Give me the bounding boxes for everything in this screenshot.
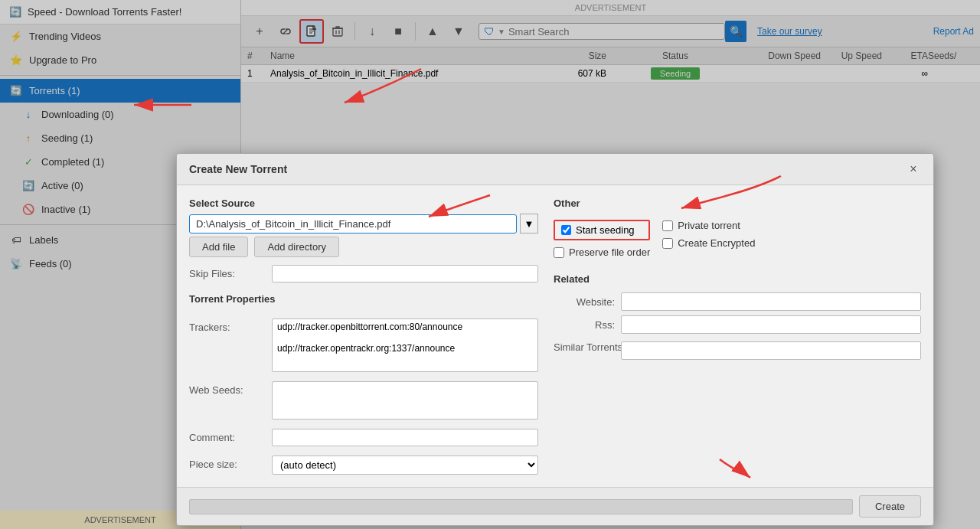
preserve-file-order-row: Preserve file order <box>554 247 650 258</box>
piece-size-select[interactable]: (auto detect) 512 kB 1 MB 2 MB 4 MB 8 MB <box>272 456 538 475</box>
website-row: Website: <box>554 292 921 311</box>
modal-right-panel: Other Start seeding Preserve file order <box>554 198 921 475</box>
skip-files-label: Skip Files: <box>189 268 266 279</box>
trackers-row: Trackers: udp://tracker.openbittorrent.c… <box>189 318 538 372</box>
modal-close-button[interactable]: × <box>906 162 921 177</box>
website-label: Website: <box>554 296 615 308</box>
select-source-section: Select Source ▼ Add file Add directory S… <box>189 198 538 282</box>
private-torrent-checkbox[interactable] <box>662 220 673 231</box>
source-dropdown-button[interactable]: ▼ <box>520 214 538 233</box>
web-seeds-row: Web Seeds: <box>189 381 538 420</box>
create-encrypted-label: Create Encrypted <box>678 237 755 249</box>
web-seeds-label: Web Seeds: <box>189 381 266 396</box>
create-torrent-modal: Create New Torrent × Select Source ▼ Add… <box>176 153 934 526</box>
modal-title: Create New Torrent <box>189 163 287 175</box>
source-path-input[interactable] <box>189 214 517 233</box>
similar-torrents-row: Similar Torrents: <box>554 338 921 360</box>
comment-row: Comment: <box>189 429 538 446</box>
add-directory-button[interactable]: Add directory <box>254 237 339 257</box>
start-seeding-label: Start seeding <box>576 224 635 236</box>
create-encrypted-checkbox[interactable] <box>662 238 673 249</box>
preserve-file-order-checkbox[interactable] <box>554 247 564 258</box>
create-encrypted-row: Create Encrypted <box>662 237 755 249</box>
start-seeding-checkbox[interactable] <box>561 225 571 235</box>
add-file-button[interactable]: Add file <box>189 237 248 257</box>
modal-header: Create New Torrent × <box>177 154 933 185</box>
progress-bar <box>189 499 853 514</box>
modal-overlay: Create New Torrent × Select Source ▼ Add… <box>0 0 980 529</box>
web-seeds-input[interactable] <box>272 381 538 420</box>
select-source-label: Select Source <box>189 198 538 209</box>
source-input-row: ▼ <box>189 214 538 233</box>
similar-torrents-input[interactable] <box>621 341 921 360</box>
piece-size-row: Piece size: (auto detect) 512 kB 1 MB 2 … <box>189 456 538 475</box>
trackers-label: Trackers: <box>189 318 266 333</box>
similar-torrents-label: Similar Torrents: <box>554 341 615 353</box>
source-btn-row: Add file Add directory <box>189 237 538 257</box>
start-seeding-highlighted-box: Start seeding <box>554 220 650 240</box>
piece-size-label: Piece size: <box>189 456 266 470</box>
comment-label: Comment: <box>189 429 266 443</box>
related-label: Related <box>554 273 921 285</box>
torrent-properties-section: Torrent Properties Trackers: udp://track… <box>189 293 538 475</box>
skip-files-input[interactable] <box>272 265 538 282</box>
torrent-props-label: Torrent Properties <box>189 293 538 305</box>
modal-left-panel: Select Source ▼ Add file Add directory S… <box>189 198 538 475</box>
modal-footer: Create <box>177 487 933 525</box>
rss-input[interactable] <box>621 315 921 334</box>
preserve-file-order-label: Preserve file order <box>569 247 650 258</box>
private-torrent-label: Private torrent <box>678 220 740 231</box>
rss-row: Rss: <box>554 315 921 334</box>
other-label: Other <box>554 198 921 209</box>
rss-label: Rss: <box>554 319 615 331</box>
related-section: Related Website: Rss: Similar Torrents: <box>554 273 921 364</box>
other-section: Other Start seeding Preserve file order <box>554 198 921 258</box>
skip-files-row: Skip Files: <box>189 265 538 282</box>
comment-input[interactable] <box>272 429 538 446</box>
website-input[interactable] <box>621 292 921 311</box>
create-button[interactable]: Create <box>859 495 921 518</box>
trackers-input[interactable]: udp://tracker.openbittorrent.com:80/anno… <box>272 318 538 372</box>
private-torrent-row: Private torrent <box>662 220 755 231</box>
modal-body: Select Source ▼ Add file Add directory S… <box>177 185 933 487</box>
